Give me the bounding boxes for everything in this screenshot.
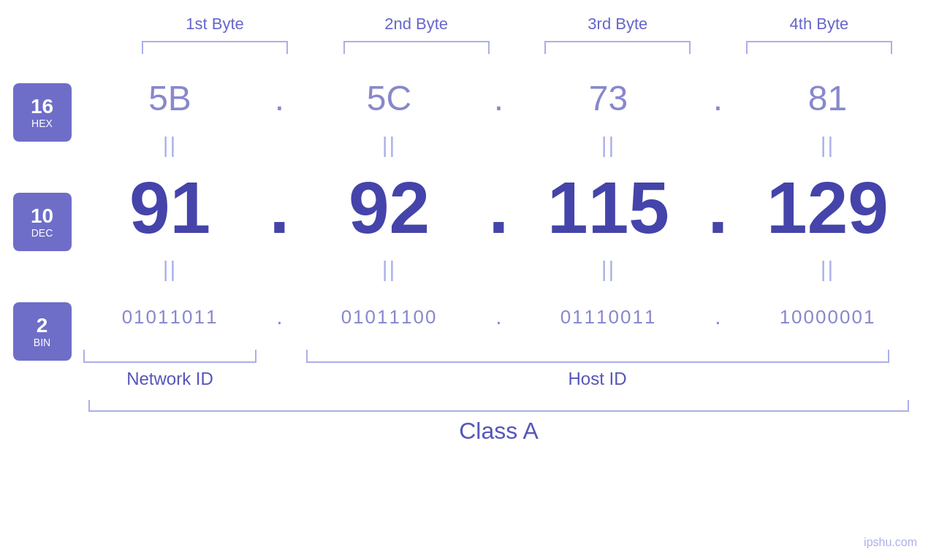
hex-byte4: 81 <box>729 78 927 118</box>
main-container: 1st Byte 2nd Byte 3rd Byte 4th Byte <box>0 0 939 560</box>
bracket-top-3 <box>544 41 691 54</box>
network-id-label: Network ID <box>126 369 213 389</box>
byte4-header: 4th Byte <box>729 15 910 34</box>
bin-badge: 2 BIN <box>13 302 72 361</box>
bin-row: 01011011 . 01011100 . 01110011 . 1000000… <box>72 288 927 346</box>
bin-dot3: . <box>707 304 729 329</box>
bracket-top-4 <box>746 41 892 54</box>
host-id-label: Host ID <box>568 369 626 389</box>
dec-byte2: 92 <box>291 166 488 250</box>
eq2-byte1: || <box>72 257 269 282</box>
hex-num: 16 <box>31 96 53 118</box>
eq1-byte1: || <box>72 133 269 158</box>
dec-dot1: . <box>269 166 291 250</box>
class-label: Class A <box>459 418 538 445</box>
base-column: 16 HEX 10 DEC 2 BIN <box>13 69 72 361</box>
top-brackets <box>29 41 910 54</box>
dec-equals-spacer <box>13 266 72 302</box>
dec-byte4: 129 <box>729 166 927 250</box>
equals-row-1: || || || || <box>72 127 927 164</box>
bin-dot2: . <box>488 304 510 329</box>
dec-badge-wrap: 10 DEC <box>13 178 72 266</box>
dec-byte1: 91 <box>72 166 269 250</box>
bracket-dot-spacer <box>269 350 291 389</box>
hex-row: 5B . 5C . 73 . 81 <box>72 69 927 127</box>
hex-equals-spacer <box>13 142 72 178</box>
dec-label: DEC <box>31 227 53 239</box>
hex-byte2: 5C <box>291 78 488 118</box>
dec-byte3: 115 <box>510 166 707 250</box>
bin-badge-wrap: 2 BIN <box>13 302 72 361</box>
hex-dot3: . <box>707 78 729 118</box>
byte-headers: 1st Byte 2nd Byte 3rd Byte 4th Byte <box>29 15 910 34</box>
hex-byte3: 73 <box>510 78 707 118</box>
host-id-bracket: Host ID <box>291 350 905 389</box>
class-bracket-line <box>88 400 909 412</box>
hex-dot2: . <box>488 78 510 118</box>
bracket-top-2 <box>343 41 490 54</box>
hex-badge: 16 HEX <box>13 83 72 142</box>
dec-dot3: . <box>707 166 729 250</box>
bottom-brackets: Network ID Host ID <box>72 350 927 389</box>
bin-byte2: 01011100 <box>291 306 488 329</box>
hex-dot1: . <box>269 78 291 118</box>
bin-label: BIN <box>34 337 50 348</box>
dec-row: 91 . 92 . 115 . 129 <box>72 164 927 251</box>
bin-byte4: 10000001 <box>729 306 927 329</box>
bin-num: 2 <box>37 315 48 337</box>
network-bracket-line <box>83 350 257 363</box>
host-bracket-line <box>306 350 889 363</box>
eq2-byte2: || <box>291 257 488 282</box>
watermark: ipshu.com <box>864 536 917 549</box>
ip-grid: 5B . 5C . 73 . 81 || || || || 91 <box>72 69 927 445</box>
eq1-byte4: || <box>729 133 927 158</box>
byte1-header: 1st Byte <box>124 15 305 34</box>
network-id-bracket: Network ID <box>72 350 269 389</box>
eq2-byte4: || <box>729 257 927 282</box>
hex-label: HEX <box>31 118 53 129</box>
eq1-byte2: || <box>291 133 488 158</box>
equals-row-2: || || || || <box>72 251 927 288</box>
bracket-top-1 <box>142 41 288 54</box>
dec-num: 10 <box>31 205 53 228</box>
class-section: Class A <box>72 400 927 445</box>
byte3-header: 3rd Byte <box>527 15 708 34</box>
eq2-byte3: || <box>510 257 707 282</box>
eq1-byte3: || <box>510 133 707 158</box>
hex-badge-wrap: 16 HEX <box>13 83 72 142</box>
bin-byte3: 01110011 <box>510 306 707 329</box>
bin-dot1: . <box>269 304 291 329</box>
hex-byte1: 5B <box>72 78 269 118</box>
bin-byte1: 01011011 <box>72 306 269 329</box>
byte2-header: 2nd Byte <box>326 15 507 34</box>
dec-badge: 10 DEC <box>13 193 72 251</box>
dec-dot2: . <box>488 166 510 250</box>
